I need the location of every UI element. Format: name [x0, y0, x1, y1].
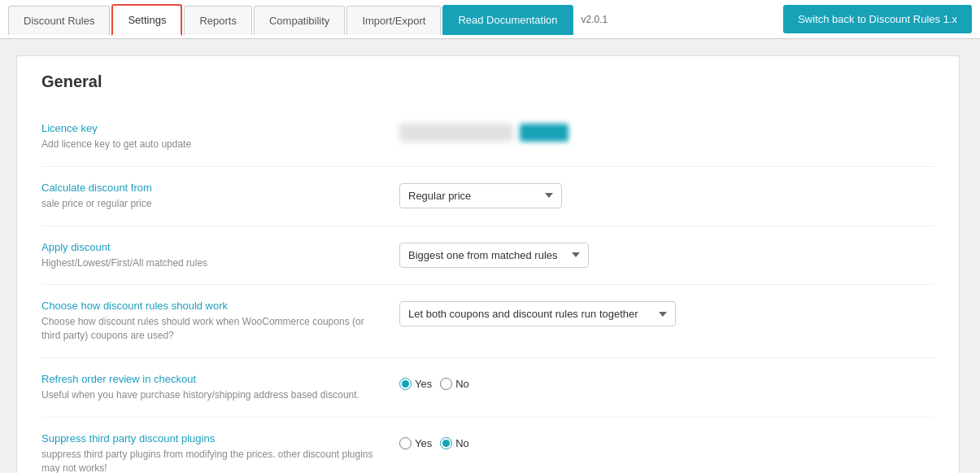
- tab-settings[interactable]: Settings: [111, 4, 182, 36]
- field-label-col: Calculate discount from sale price or re…: [41, 182, 383, 211]
- field-desc-apply-discount: Highest/Lowest/First/All matched rules: [41, 256, 383, 270]
- field-row-choose-how-discount: Choose how discount rules should work Ch…: [41, 285, 934, 358]
- refresh-order-radio-group: Yes No: [399, 374, 469, 390]
- calculate-discount-select[interactable]: Regular price Sale price: [399, 183, 562, 208]
- blurred-text: [399, 124, 513, 142]
- refresh-order-yes-radio[interactable]: [399, 378, 412, 390]
- suppress-plugins-no-text: No: [455, 437, 469, 449]
- tab-discount-rules[interactable]: Discount Rules: [8, 6, 110, 35]
- field-label-col: Suppress third party discount plugins su…: [41, 432, 383, 473]
- field-label-suppress-plugins: Suppress third party discount plugins: [41, 432, 383, 445]
- blurred-btn: [520, 124, 568, 142]
- tab-compatibility[interactable]: Compatibility: [254, 6, 345, 35]
- field-input-col: [399, 122, 934, 142]
- field-input-col: Biggest one from matched rules Smallest …: [399, 241, 934, 268]
- choose-how-discount-select[interactable]: Let both coupons and discount rules run …: [399, 301, 676, 326]
- apply-discount-select[interactable]: Biggest one from matched rules Smallest …: [399, 243, 589, 268]
- field-desc-licence-key: Add licence key to get auto update: [41, 138, 383, 151]
- field-label-choose-how-discount: Choose how discount rules should work: [41, 300, 383, 312]
- section-card: General Licence key Add licence key to g…: [16, 55, 960, 473]
- field-desc-choose-how-discount: Choose how discount rules should work wh…: [41, 315, 383, 343]
- field-label-col: Apply discount Highest/Lowest/First/All …: [41, 241, 383, 270]
- field-row-suppress-plugins: Suppress third party discount plugins su…: [41, 418, 934, 473]
- switch-back-button[interactable]: Switch back to Discount Rules 1.x: [783, 5, 972, 33]
- field-desc-refresh-order: Useful when you have purchase history/sh…: [41, 388, 383, 402]
- suppress-plugins-no-label[interactable]: No: [440, 437, 469, 449]
- field-row-licence-key: Licence key Add licence key to get auto …: [41, 107, 934, 167]
- field-label-apply-discount: Apply discount: [41, 241, 383, 253]
- refresh-order-no-label[interactable]: No: [440, 378, 469, 390]
- field-input-col: Let both coupons and discount rules run …: [399, 300, 934, 326]
- suppress-plugins-no-radio[interactable]: [440, 437, 452, 449]
- field-label-refresh-order: Refresh order review in checkout: [41, 373, 383, 385]
- field-input-col: Regular price Sale price: [399, 182, 934, 208]
- field-row-apply-discount: Apply discount Highest/Lowest/First/All …: [41, 226, 934, 286]
- tab-import-export[interactable]: Import/Export: [346, 6, 441, 35]
- version-label: v2.0.1: [575, 14, 615, 25]
- suppress-plugins-radio-group: Yes No: [399, 434, 469, 449]
- field-row-calculate-discount: Calculate discount from sale price or re…: [41, 167, 934, 226]
- section-title: General: [41, 72, 934, 91]
- field-label-col: Licence key Add licence key to get auto …: [41, 122, 383, 151]
- refresh-order-yes-text: Yes: [415, 378, 432, 390]
- field-label-licence-key: Licence key: [41, 122, 383, 134]
- page-content: General Licence key Add licence key to g…: [0, 39, 980, 473]
- suppress-plugins-yes-radio[interactable]: [399, 437, 412, 449]
- licence-blurred-area: [399, 124, 568, 142]
- field-input-col: Yes No: [399, 373, 934, 390]
- field-input-col: Yes No: [399, 432, 934, 449]
- field-desc-suppress-plugins: suppress third party plugins from modify…: [41, 448, 383, 473]
- tab-reports[interactable]: Reports: [184, 6, 252, 35]
- field-label-calculate-discount: Calculate discount from: [41, 182, 383, 194]
- field-label-col: Choose how discount rules should work Ch…: [41, 300, 383, 343]
- suppress-plugins-yes-label[interactable]: Yes: [399, 437, 432, 449]
- field-label-col: Refresh order review in checkout Useful …: [41, 373, 383, 402]
- field-desc-calculate-discount: sale price or regular price: [41, 197, 383, 211]
- tab-read-docs[interactable]: Read Documentation: [442, 5, 573, 35]
- suppress-plugins-yes-text: Yes: [415, 437, 432, 449]
- field-row-refresh-order: Refresh order review in checkout Useful …: [41, 358, 934, 418]
- refresh-order-yes-label[interactable]: Yes: [399, 378, 432, 390]
- top-nav: Discount Rules Settings Reports Compatib…: [0, 0, 980, 39]
- refresh-order-no-text: No: [455, 378, 469, 390]
- refresh-order-no-radio[interactable]: [440, 378, 452, 390]
